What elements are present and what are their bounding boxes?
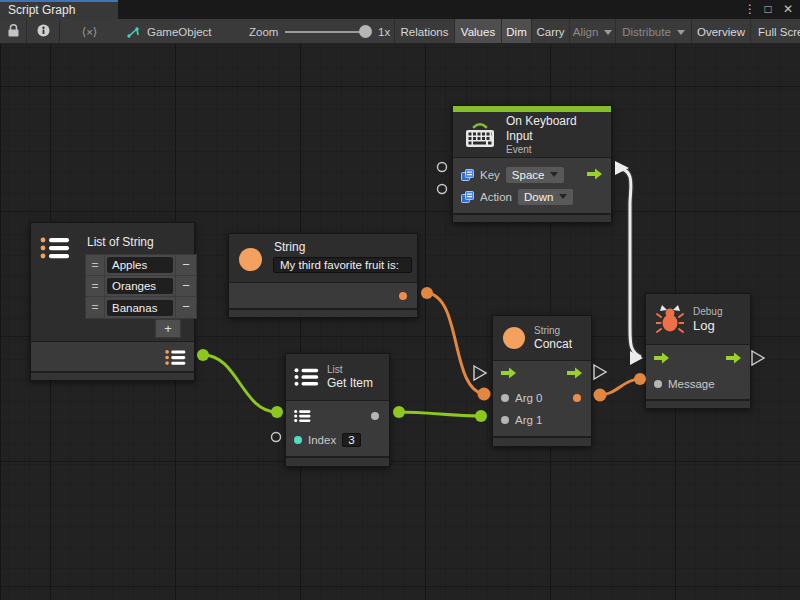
zoom-slider-track[interactable] — [285, 31, 367, 33]
string-icon — [239, 248, 262, 271]
drag-handle[interactable]: = — [86, 276, 105, 296]
result-output-port[interactable] — [573, 394, 581, 402]
node-get-item[interactable]: List Get Item Index 3 — [285, 353, 390, 467]
arg1-label: Arg 1 — [515, 414, 543, 426]
window-maximize-icon[interactable]: □ — [759, 0, 777, 19]
add-item-button[interactable]: + — [155, 319, 181, 338]
dropdown-caret-icon — [550, 172, 558, 181]
carry-button[interactable]: Carry — [531, 19, 569, 44]
key-value: Space — [512, 169, 545, 181]
dim-button[interactable]: Dim — [501, 19, 531, 44]
remove-item-button[interactable]: − — [175, 297, 196, 318]
bug-icon — [656, 304, 684, 334]
list-item-row: = Apples − — [86, 255, 196, 276]
key-dropdown[interactable]: Space — [506, 167, 565, 183]
relations-button[interactable]: Relations — [394, 19, 454, 44]
flow-out-port[interactable] — [726, 351, 742, 367]
inspect-button[interactable] — [26, 19, 59, 44]
info-icon — [37, 24, 50, 39]
arg1-row: Arg 1 — [493, 409, 591, 431]
align-button[interactable]: Align — [569, 19, 615, 44]
flow-in-port[interactable] — [501, 366, 517, 382]
message-row: Message — [646, 373, 750, 395]
index-label: Index — [308, 434, 336, 446]
node-title: Get Item — [327, 376, 373, 391]
list-input-row — [286, 404, 389, 428]
fullscreen-label: Full Screen — [758, 26, 800, 38]
flow-out-port[interactable] — [567, 366, 583, 382]
remove-item-button[interactable]: − — [175, 255, 196, 275]
graph-canvas[interactable]: On Keyboard Input Event Key Space — [0, 44, 800, 600]
flow-in-port[interactable] — [654, 351, 670, 367]
index-row: Index 3 — [286, 428, 389, 452]
keyboard-icon — [463, 120, 497, 150]
action-dropdown[interactable]: Down — [518, 189, 573, 205]
index-input-port[interactable] — [294, 436, 302, 444]
distribute-button[interactable]: Distribute — [615, 19, 691, 44]
fullscreen-button[interactable]: Full Screen — [750, 19, 800, 44]
graph-target[interactable]: GameObject — [127, 19, 212, 44]
node-footer — [646, 399, 750, 408]
node-concat[interactable]: String Concat Arg 0 — [492, 315, 592, 447]
graph-toolbar: ⟨×⟩ GameObject Zoom 1x Relations Values … — [0, 19, 800, 44]
node-footer — [229, 308, 417, 317]
list-item-row: = Oranges − — [86, 276, 196, 297]
remove-item-button[interactable]: − — [175, 276, 196, 296]
node-category: Debug — [693, 306, 722, 318]
flow-out-port[interactable] — [587, 167, 603, 183]
distribute-label: Distribute — [622, 26, 671, 38]
node-debug-log[interactable]: Debug Log Message — [645, 293, 751, 409]
list-item-input[interactable]: Bananas — [107, 300, 173, 316]
lock-button[interactable] — [0, 19, 26, 44]
node-string-literal[interactable]: String My third favorite fruit is: — [228, 233, 418, 318]
tab-script-graph[interactable]: Script Graph — [0, 0, 118, 19]
string-icon — [503, 327, 525, 349]
window-close-icon[interactable]: ✕ — [779, 0, 797, 19]
dim-label: Dim — [506, 26, 526, 38]
node-list-of-string[interactable]: List of String = Apples − = Oranges − = — [30, 222, 195, 381]
flow-row — [646, 345, 750, 373]
arg0-row: Arg 0 — [493, 387, 591, 409]
values-button[interactable]: Values — [454, 19, 501, 44]
index-input[interactable]: 3 — [342, 433, 360, 447]
list-output-port[interactable] — [165, 349, 186, 370]
distribute-caret-icon — [677, 30, 685, 39]
node-title: String — [274, 240, 305, 255]
list-input-port[interactable] — [294, 409, 311, 423]
zoom-value: 1x — [378, 19, 390, 44]
node-on-keyboard-input[interactable]: On Keyboard Input Event Key Space — [452, 105, 612, 223]
string-output-port[interactable] — [399, 292, 407, 300]
code-view-button[interactable]: ⟨×⟩ — [59, 19, 119, 44]
dropdown-caret-icon — [559, 194, 567, 203]
code-icon: ⟨×⟩ — [82, 25, 98, 39]
overview-button[interactable]: Overview — [691, 19, 750, 44]
relations-label: Relations — [401, 26, 449, 38]
arg1-input-port[interactable] — [501, 416, 509, 424]
node-category: String — [534, 325, 572, 337]
overview-label: Overview — [697, 26, 745, 38]
align-caret-icon — [604, 30, 612, 39]
flow-row — [493, 361, 591, 387]
node-footer — [31, 371, 194, 380]
arg0-input-port[interactable] — [501, 394, 509, 402]
node-footer — [493, 436, 591, 446]
list-item-input[interactable]: Oranges — [107, 278, 173, 294]
script-graph-window: { "window": { "tab": "Script Graph", "co… — [0, 0, 800, 600]
drag-handle[interactable]: = — [86, 297, 105, 318]
string-value-input[interactable]: My third favorite fruit is: — [273, 257, 412, 273]
zoom-slider-handle[interactable] — [359, 25, 372, 38]
list-items-panel: = Apples − = Oranges − = Bananas − — [85, 254, 197, 319]
values-label: Values — [461, 26, 495, 38]
action-port-row: Action Down — [453, 186, 611, 208]
arg0-label: Arg 0 — [515, 392, 543, 404]
align-label: Align — [573, 26, 599, 38]
message-label: Message — [668, 378, 715, 390]
drag-handle[interactable]: = — [86, 255, 105, 275]
message-input-port[interactable] — [654, 380, 662, 388]
node-title: On Keyboard Input — [506, 114, 601, 144]
node-title: Concat — [534, 337, 572, 352]
window-menu-icon[interactable]: ⋮ — [741, 0, 759, 19]
action-label: Action — [480, 191, 512, 203]
list-item-input[interactable]: Apples — [107, 257, 173, 273]
item-output-port[interactable] — [371, 412, 379, 420]
